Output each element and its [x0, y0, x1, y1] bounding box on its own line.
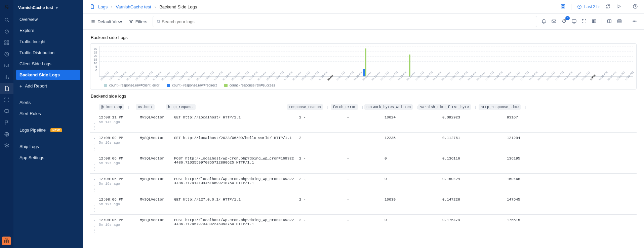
document-icon[interactable] [0, 83, 13, 94]
fullscreen-icon[interactable] [581, 19, 587, 25]
layout-split-icon[interactable] [607, 19, 612, 25]
column-header[interactable]: http_response_time| [479, 104, 526, 110]
drag-icon[interactable]: ⋮ [93, 168, 96, 170]
inbox-icon[interactable] [0, 60, 13, 71]
refresh-icon[interactable] [605, 4, 611, 10]
table-row[interactable]: ⋮12:08:06 PM5m 19s agoMySQLVectorGET htt… [90, 194, 637, 215]
sidebar-item-explore[interactable]: Explore [16, 25, 80, 36]
row-handle[interactable]: ⋮ [90, 198, 99, 211]
help-icon[interactable] [633, 4, 638, 10]
column-header[interactable]: fetch_error| [331, 104, 364, 110]
drag-icon[interactable]: ⋮ [93, 209, 96, 211]
drag-icon[interactable]: ⋮ [93, 147, 96, 149]
cell-http-request: GET http://127.0.0.1/ HTTP/1.1 [174, 198, 299, 211]
chart-bar[interactable] [363, 69, 365, 76]
filters-label: Filters [135, 19, 147, 24]
flag-icon[interactable] [0, 117, 13, 129]
row-handle[interactable]: ⋮ [90, 218, 99, 232]
tag-icon[interactable]: 0 [561, 19, 567, 25]
cell-http-response-time: 121294 [507, 136, 558, 149]
more-icon[interactable] [632, 19, 637, 25]
table-row[interactable]: ⋮12:08:06 PM5m 19s agoMySQLVectorPOST ht… [90, 215, 637, 235]
list-view-icon[interactable] [617, 19, 622, 25]
row-handle[interactable]: ⋮ [90, 177, 99, 190]
cell-timestamp: 12:08:06 PM5m 19s ago [99, 218, 140, 232]
column-header[interactable]: response_reason| [287, 104, 331, 110]
resize-handle[interactable]: | [473, 105, 478, 109]
chat-icon[interactable] [0, 106, 13, 117]
monitor-icon[interactable] [571, 19, 577, 25]
cell-varnish-tfb: 0.150424 [442, 177, 507, 190]
sidebar-item-traffic-insight[interactable]: Traffic Insight [16, 36, 80, 47]
sidebar-item-overview[interactable]: Overview [16, 14, 80, 25]
sidebar-item-backend-side-logs[interactable]: Backend Side Logs [16, 70, 80, 80]
bell-icon[interactable] [541, 19, 547, 25]
table-row[interactable]: ⋮12:08:11 PM5m 14s agoMySQLVectorGET htt… [90, 112, 637, 133]
table-row[interactable]: ⋮12:08:09 PM5m 16s agoMySQLVectorGET htt… [90, 133, 637, 153]
search-icon[interactable] [0, 14, 13, 26]
sidebar-item-traffic-distribution[interactable]: Traffic Distribution [16, 47, 80, 58]
sidebar-item-alert-rules[interactable]: Alert Rules [16, 108, 80, 119]
table-row[interactable]: ⋮12:08:06 PM5m 19s agoMySQLVectorPOST ht… [90, 174, 637, 194]
sidebar-item-label: Add Report [25, 83, 47, 88]
columns-toggle-icon[interactable] [592, 19, 597, 25]
dashboard-icon[interactable] [0, 26, 13, 37]
sidebar-item-app-settings[interactable]: App Settings [16, 152, 80, 163]
row-handle[interactable]: ⋮ [90, 156, 99, 170]
workspace-name: VarnishCache test [18, 5, 53, 10]
legend-item[interactable]: count - response.raw=client_error [104, 83, 159, 87]
column-header[interactable]: os.host| [136, 104, 166, 110]
chevron-down-icon: ▾ [56, 5, 58, 10]
drag-icon[interactable]: ⋮ [93, 229, 96, 232]
sidebar-item-ship-logs[interactable]: Ship Logs [16, 141, 80, 152]
resize-handle[interactable]: | [157, 105, 162, 109]
workspace-switcher[interactable]: VarnishCache test ▾ [16, 3, 80, 14]
bar-chart-icon[interactable] [0, 71, 13, 83]
mail-icon[interactable] [551, 19, 557, 25]
cell-http-request: GET http://localhost/2023/06/09/hello-wo… [174, 136, 299, 149]
drag-icon[interactable]: ⋮ [93, 127, 96, 129]
breadcrumb-project[interactable]: VarnishCache test [116, 4, 151, 9]
apps-grid-icon[interactable] [560, 4, 566, 10]
resize-handle[interactable]: | [325, 105, 330, 109]
toolbar: Default View Filters 0 [83, 14, 644, 30]
legend-item[interactable]: count - response.raw=redirect [167, 83, 217, 87]
resize-handle[interactable]: | [126, 105, 131, 109]
column-header[interactable]: http_request| [166, 104, 287, 110]
default-view-button[interactable]: Default View [89, 17, 123, 26]
add-report-button[interactable]: +Add Report [16, 81, 80, 91]
globe-icon[interactable] [0, 129, 13, 140]
stack-icon[interactable] [0, 140, 13, 151]
apps-icon[interactable] [0, 37, 13, 48]
chart-bar[interactable] [409, 55, 410, 76]
column-header[interactable]: network_bytes_written| [364, 104, 418, 110]
chart-bar[interactable] [365, 48, 366, 76]
search-input-wrap[interactable] [153, 16, 537, 27]
time-range-picker[interactable]: Last 2 hr [577, 4, 600, 9]
drag-icon[interactable]: ⋮ [93, 188, 96, 190]
row-handle[interactable]: ⋮ [90, 115, 99, 129]
clock-icon[interactable] [0, 48, 13, 60]
search-input[interactable] [161, 19, 533, 25]
column-header[interactable]: varnish_time_first_byte| [418, 104, 479, 110]
resize-handle[interactable]: | [523, 105, 528, 109]
sidebar-item-logs-pipeline[interactable]: Logs PipelineNEW [16, 125, 80, 135]
brand-logo[interactable] [2, 2, 11, 11]
chart-y-axis: 302520151050 [94, 46, 97, 77]
sidebar-item-alerts[interactable]: Alerts [16, 97, 80, 108]
legend-item[interactable]: count - response.raw=success [224, 83, 275, 87]
column-header[interactable]: @timestamp| [99, 104, 136, 110]
table-row[interactable]: ⋮12:08:06 PM5m 19s agoMySQLVectorPOST ht… [90, 153, 637, 174]
sidebar-item-label: Traffic Insight [19, 39, 45, 44]
topbar-actions: Last 2 hr [560, 4, 638, 10]
cell-response-reason: 2 - [299, 198, 347, 211]
chart-plot[interactable]: 10:08 AM10:10 AM10:12 AM10:14 AM10:16 AM… [99, 46, 633, 77]
sidebar-item-client-side-logs[interactable]: Client Side Logs [16, 59, 80, 69]
resize-handle[interactable]: | [198, 105, 203, 109]
scan-icon[interactable] [0, 94, 13, 106]
row-handle[interactable]: ⋮ [90, 136, 99, 149]
filters-button[interactable]: Filters [127, 17, 149, 26]
gift-button[interactable] [2, 237, 11, 245]
breadcrumb-root[interactable]: Logs [98, 4, 108, 9]
play-icon[interactable] [616, 4, 621, 10]
